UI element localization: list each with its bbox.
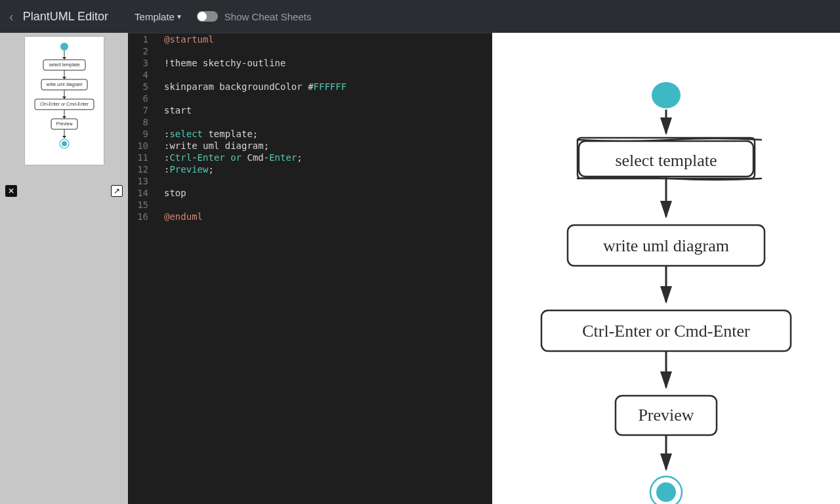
back-icon[interactable]: ‹ [9, 9, 14, 24]
cheat-sheets-toggle[interactable] [197, 11, 218, 22]
svg-text:write uml diagram: write uml diagram [45, 82, 82, 87]
toggle-knob [198, 12, 207, 21]
thumbnail-sidebar: select template write uml diagram Ctrl-E… [0, 33, 128, 504]
svg-text:Preview: Preview [638, 406, 694, 425]
template-dropdown-label: Template [135, 11, 175, 22]
svg-text:Preview: Preview [56, 121, 73, 126]
svg-text:select template: select template [615, 151, 717, 170]
chevron-down-icon: ▼ [176, 13, 182, 20]
svg-marker-10 [62, 96, 66, 99]
cheat-sheets-label: Show Cheat Sheets [224, 11, 312, 22]
main-area: select template write uml diagram Ctrl-E… [0, 33, 840, 504]
svg-point-0 [60, 43, 68, 51]
template-dropdown[interactable]: Template ▼ [135, 11, 182, 22]
header-bar: ‹ PlantUML Editor Template ▼ Show Cheat … [0, 0, 840, 33]
app-title: PlantUML Editor [23, 10, 108, 24]
svg-text:Ctrl-Enter or Cmd-Enter: Ctrl-Enter or Cmd-Enter [40, 102, 89, 106]
svg-text:write uml diagram: write uml diagram [603, 236, 729, 255]
svg-point-31 [656, 482, 676, 502]
code-content[interactable]: @startuml!theme sketchy-outlineskinparam… [158, 33, 492, 504]
svg-marker-6 [62, 77, 66, 79]
svg-marker-2 [62, 57, 66, 60]
svg-text:Ctrl-Enter or Cmd-Enter: Ctrl-Enter or Cmd-Enter [582, 322, 750, 341]
diagram-preview[interactable]: select template write uml diagram Ctrl-E… [492, 33, 840, 504]
code-editor[interactable]: 12345678910111213141516 @startuml!theme … [128, 33, 492, 504]
expand-icon[interactable]: ↗ [111, 185, 123, 197]
line-gutter: 12345678910111213141516 [128, 33, 158, 504]
svg-text:select template: select template [49, 62, 79, 68]
svg-point-20 [62, 141, 67, 146]
svg-marker-18 [62, 136, 66, 138]
diagram-thumbnail[interactable]: select template write uml diagram Ctrl-E… [25, 37, 104, 165]
close-icon[interactable]: ✕ [5, 185, 17, 197]
svg-marker-14 [62, 116, 66, 119]
svg-point-21 [652, 82, 681, 108]
